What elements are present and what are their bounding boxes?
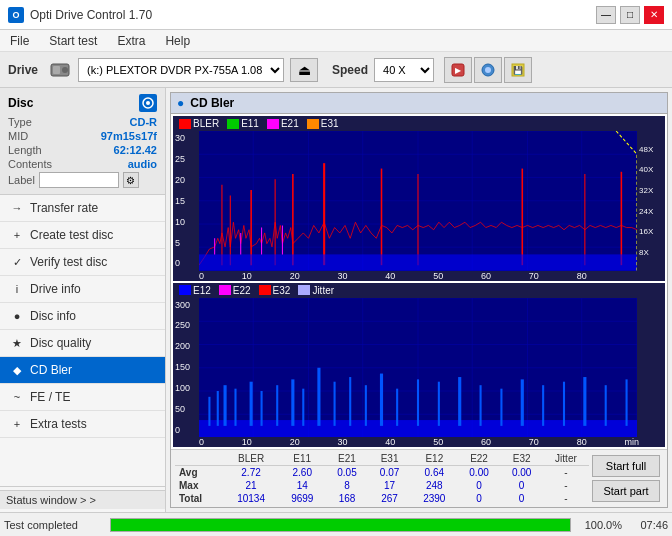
action-buttons: Start full Start part bbox=[589, 452, 663, 505]
toolbar-icon-1[interactable]: ▶ bbox=[444, 57, 472, 83]
drivebar: Drive (k:) PLEXTOR DVDR PX-755A 1.08 ⏏ S… bbox=[0, 52, 672, 88]
sidebar-label-extra-tests: Extra tests bbox=[30, 417, 87, 431]
total-e32: 0 bbox=[500, 492, 543, 505]
disc-type-label: Type bbox=[8, 116, 32, 128]
disc-label-row: Label ⚙ bbox=[8, 172, 157, 188]
drive-icon bbox=[48, 58, 72, 82]
disc-length-value: 62:12.42 bbox=[114, 144, 157, 156]
chart2-svg bbox=[199, 298, 637, 438]
sidebar-item-verify-test-disc[interactable]: ✓ Verify test disc bbox=[0, 249, 165, 276]
sidebar-item-extra-tests[interactable]: + Extra tests bbox=[0, 411, 165, 438]
chart1-yaxis: 30 25 20 15 10 5 0 bbox=[173, 131, 199, 271]
disc-section-title: Disc bbox=[8, 96, 33, 110]
menu-file[interactable]: File bbox=[6, 32, 33, 50]
maximize-button[interactable]: □ bbox=[620, 6, 640, 24]
col-bler: BLER bbox=[223, 452, 279, 466]
drive-select[interactable]: (k:) PLEXTOR DVDR PX-755A 1.08 bbox=[78, 58, 284, 82]
toolbar-icon-2[interactable] bbox=[474, 57, 502, 83]
chart2-main bbox=[199, 298, 637, 438]
x2-70: 70 bbox=[529, 437, 539, 447]
x2-80: 80 bbox=[577, 437, 587, 447]
disc-header-icon[interactable] bbox=[139, 94, 157, 112]
y-label-0: 0 bbox=[175, 258, 197, 268]
close-button[interactable]: ✕ bbox=[644, 6, 664, 24]
e22-color bbox=[219, 285, 231, 295]
max-e11: 14 bbox=[279, 479, 326, 492]
sidebar-label-fe-te: FE / TE bbox=[30, 390, 70, 404]
col-e31: E31 bbox=[368, 452, 411, 466]
y2-150: 150 bbox=[175, 362, 197, 372]
x-label-60: 60 bbox=[481, 271, 491, 281]
svg-point-6 bbox=[485, 67, 491, 73]
x-label-0: 0 bbox=[199, 271, 204, 281]
legend-e21: E21 bbox=[267, 118, 299, 129]
speed-select[interactable]: 40 X bbox=[374, 58, 434, 82]
transfer-rate-icon: → bbox=[10, 201, 24, 215]
disc-info-panel: Disc Type CD-R MID 97m15s17f Length 62:1… bbox=[0, 88, 165, 195]
legend-e22: E22 bbox=[219, 285, 251, 296]
x2-50: 50 bbox=[433, 437, 443, 447]
sidebar-item-disc-quality[interactable]: ★ Disc quality bbox=[0, 330, 165, 357]
chart2-svg-area: 300 250 200 150 100 50 0 bbox=[173, 298, 665, 438]
toolbar-icon-3[interactable]: 💾 bbox=[504, 57, 532, 83]
col-jitter: Jitter bbox=[543, 452, 589, 466]
x-label-80: 80 bbox=[577, 271, 587, 281]
cd-bler-icon: ◆ bbox=[10, 363, 24, 377]
table-row-total: Total 10134 9699 168 267 2390 0 0 - bbox=[175, 492, 589, 505]
chart1-svg bbox=[199, 131, 637, 271]
progress-percent: 100.0% bbox=[577, 519, 622, 531]
y-label-20: 20 bbox=[175, 175, 197, 185]
x-label-50: 50 bbox=[433, 271, 443, 281]
total-e12: 2390 bbox=[411, 492, 458, 505]
status-window-button[interactable]: Status window > > bbox=[0, 490, 165, 509]
sidebar-item-drive-info[interactable]: i Drive info bbox=[0, 276, 165, 303]
sidebar-item-disc-info[interactable]: ● Disc info bbox=[0, 303, 165, 330]
sidebar-item-cd-bler[interactable]: ◆ CD Bler bbox=[0, 357, 165, 384]
disc-length-row: Length 62:12.42 bbox=[8, 144, 157, 156]
cdbler-header: ● CD Bler bbox=[171, 93, 667, 114]
right-label-40x: 40X bbox=[639, 165, 653, 174]
disc-label-icon[interactable]: ⚙ bbox=[123, 172, 139, 188]
x2-40: 40 bbox=[385, 437, 395, 447]
start-part-button[interactable]: Start part bbox=[592, 480, 660, 502]
menubar: File Start test Extra Help bbox=[0, 30, 672, 52]
create-test-disc-icon: + bbox=[10, 228, 24, 242]
menu-help[interactable]: Help bbox=[161, 32, 194, 50]
progress-bar bbox=[110, 518, 571, 532]
menu-start-test[interactable]: Start test bbox=[45, 32, 101, 50]
e11-color bbox=[227, 119, 239, 129]
chart1-main bbox=[199, 131, 637, 271]
sidebar-nav: → Transfer rate + Create test disc ✓ Ver… bbox=[0, 195, 165, 486]
e21-color bbox=[267, 119, 279, 129]
disc-label-input[interactable] bbox=[39, 172, 119, 188]
chart2-legend: E12 E22 E32 Jitter bbox=[173, 283, 665, 298]
right-label-24x: 24X bbox=[639, 207, 653, 216]
speed-label: Speed bbox=[332, 63, 368, 77]
x2-30: 30 bbox=[337, 437, 347, 447]
sidebar-item-transfer-rate[interactable]: → Transfer rate bbox=[0, 195, 165, 222]
sidebar-item-fe-te[interactable]: ~ FE / TE bbox=[0, 384, 165, 411]
minimize-button[interactable]: — bbox=[596, 6, 616, 24]
col-e22: E22 bbox=[458, 452, 501, 466]
svg-rect-1 bbox=[53, 66, 60, 74]
col-e32: E32 bbox=[500, 452, 543, 466]
col-e21: E21 bbox=[326, 452, 369, 466]
menu-extra[interactable]: Extra bbox=[113, 32, 149, 50]
charts-area: BLER E11 E21 E31 bbox=[171, 114, 667, 507]
chart2-right-spacer bbox=[637, 298, 665, 438]
app-title: Opti Drive Control 1.70 bbox=[30, 8, 152, 22]
legend-bler: BLER bbox=[179, 118, 219, 129]
x2-0: 0 bbox=[199, 437, 204, 447]
sidebar-item-create-test-disc[interactable]: + Create test disc bbox=[0, 222, 165, 249]
avg-bler: 2.72 bbox=[223, 466, 279, 480]
e31-label: E31 bbox=[321, 118, 339, 129]
eject-button[interactable]: ⏏ bbox=[290, 58, 318, 82]
disc-contents-row: Contents audio bbox=[8, 158, 157, 170]
x2-min: min bbox=[624, 437, 639, 447]
avg-e32: 0.00 bbox=[500, 466, 543, 480]
x-label-20: 20 bbox=[290, 271, 300, 281]
jitter-label: Jitter bbox=[312, 285, 334, 296]
verify-test-disc-icon: ✓ bbox=[10, 255, 24, 269]
start-full-button[interactable]: Start full bbox=[592, 455, 660, 477]
disc-header: Disc bbox=[8, 94, 157, 112]
